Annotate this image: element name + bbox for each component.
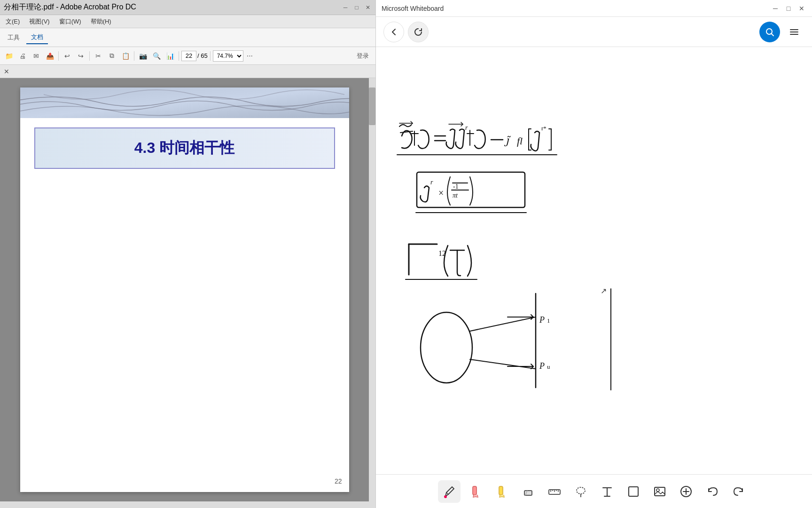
wb-refresh-button[interactable]: [408, 22, 429, 42]
marker-tool-button[interactable]: [464, 480, 487, 503]
svg-point-21: [444, 495, 447, 498]
zoom-select[interactable]: 74.7% 50% 75% 100% 150%: [213, 50, 243, 62]
eraser-tool-button[interactable]: [517, 480, 539, 503]
pdf-page: 4.3 时间相干性 22: [20, 87, 349, 492]
svg-text:πt: πt: [453, 192, 458, 199]
svg-rect-23: [499, 486, 503, 495]
acrobat-titlebar: 分相干理论.pdf - Adobe Acrobat Pro DC ─ □ ✕: [0, 0, 375, 15]
svg-text:r*: r*: [541, 125, 547, 132]
pdf-close-button[interactable]: ✕: [4, 68, 9, 75]
toolbar-more-button[interactable]: ···: [245, 52, 255, 60]
toolbar-paste-button[interactable]: 📋: [119, 50, 132, 62]
svg-rect-28: [655, 487, 665, 496]
toolbar-chart-button[interactable]: 📊: [164, 50, 176, 62]
lasso-tool-button[interactable]: [570, 480, 592, 503]
close-bar: ✕: [0, 65, 375, 78]
svg-text:r: r: [430, 179, 433, 186]
svg-text:fl: fl: [517, 135, 523, 147]
acrobat-title: 分相干理论.pdf - Adobe Acrobat Pro DC: [4, 2, 136, 12]
toolbar-redo-button[interactable]: ↪: [75, 50, 87, 62]
wb-minimize-button[interactable]: ─: [771, 4, 780, 13]
tab-document[interactable]: 文档: [26, 31, 48, 44]
toolbar-open-button[interactable]: 📁: [3, 50, 15, 62]
wb-right-buttons: [759, 22, 804, 42]
svg-text:P: P: [539, 315, 545, 325]
page-navigation: / 65: [181, 51, 208, 61]
menu-view[interactable]: 视图(V): [25, 16, 53, 27]
acrobat-minimize-button[interactable]: ─: [342, 4, 349, 11]
acrobat-close-button[interactable]: ✕: [364, 4, 372, 11]
toolbar-print-button[interactable]: 🖨: [16, 50, 29, 62]
svg-point-15: [421, 312, 472, 383]
image-tool-button[interactable]: [648, 480, 671, 503]
pdf-title-text: 4.3 时间相干性: [134, 139, 234, 156]
svg-text:r: r: [465, 124, 468, 131]
svg-text:-1: -1: [453, 183, 459, 190]
shape-tool-button[interactable]: [622, 480, 645, 503]
svg-rect-3: [790, 32, 798, 32]
separator-5: [210, 51, 211, 61]
wb-titlebar: Microsoft Whiteboard ─ □ ✕: [376, 0, 812, 17]
toolbar-undo-button[interactable]: ↩: [61, 50, 73, 62]
pdf-horizontal-scrollbar[interactable]: [0, 501, 375, 508]
wb-maximize-button[interactable]: □: [784, 4, 793, 13]
separator-1: [58, 51, 59, 61]
wb-left-buttons: [383, 22, 429, 42]
pdf-content-area: ✕: [0, 65, 375, 508]
wb-hamburger-button[interactable]: [784, 22, 804, 42]
pdf-empty-content: [20, 178, 349, 357]
toolbar-email-button[interactable]: ✉: [30, 50, 42, 62]
ruler-tool-button[interactable]: [543, 480, 566, 503]
svg-rect-4: [790, 34, 798, 35]
svg-rect-2: [790, 29, 798, 30]
svg-text:j̃: j̃: [504, 135, 511, 146]
acrobat-maximize-button[interactable]: □: [353, 4, 360, 11]
svg-text:P: P: [539, 361, 545, 371]
highlighter-tool-button[interactable]: [491, 480, 513, 503]
svg-text:×: ×: [438, 188, 444, 198]
wb-close-button[interactable]: ✕: [797, 4, 806, 13]
login-button[interactable]: 登录: [353, 50, 373, 62]
wb-title: Microsoft Whiteboard: [382, 5, 444, 12]
svg-text:↗: ↗: [601, 287, 607, 295]
acrobat-toolbar-tabs: 工具 文档: [0, 28, 375, 47]
toolbar-copy-button[interactable]: ⧉: [106, 50, 118, 62]
pdf-title-box: 4.3 时间相干性: [34, 127, 335, 169]
page-separator: / 65: [197, 52, 208, 59]
svg-text:u: u: [547, 363, 550, 370]
menu-file[interactable]: 文(E): [2, 16, 23, 27]
pdf-page-number: 22: [335, 477, 342, 485]
menu-window[interactable]: 窗口(W): [55, 16, 85, 27]
handwriting-svg: r j̃ fl r* r: [376, 47, 812, 474]
toolbar-search-button[interactable]: 🔍: [150, 50, 163, 62]
wb-redo-button[interactable]: [727, 480, 750, 503]
svg-text:1: 1: [547, 317, 550, 324]
toolbar-export-button[interactable]: 📤: [44, 50, 56, 62]
page-number-input[interactable]: [181, 51, 196, 61]
pdf-scroll-area[interactable]: 4.3 时间相干性 22: [0, 78, 369, 501]
svg-rect-22: [473, 486, 476, 495]
toolbar-cut-button[interactable]: ✂: [92, 50, 104, 62]
text-tool-button[interactable]: [596, 480, 618, 503]
separator-3: [134, 51, 134, 61]
scrollbar-thumb[interactable]: [369, 87, 375, 125]
wb-back-button[interactable]: [383, 22, 404, 42]
wb-canvas[interactable]: r j̃ fl r* r: [376, 47, 812, 474]
pen-tool-button[interactable]: [438, 480, 461, 503]
wb-search-button[interactable]: [759, 22, 780, 42]
acrobat-titlebar-controls: ─ □ ✕: [342, 4, 372, 11]
wb-toolbar: [376, 474, 812, 508]
wb-undo-button[interactable]: [701, 480, 724, 503]
wb-topbar: [376, 17, 812, 47]
acrobat-toolbar2: 📁 🖨 ✉ 📤 ↩ ↪ ✂ ⧉ 📋 📷 🔍 📊 / 65 74.7% 50% 7…: [0, 47, 375, 65]
tab-tools[interactable]: 工具: [3, 32, 24, 44]
svg-rect-27: [629, 487, 638, 496]
pdf-header-image: [20, 87, 349, 118]
whiteboard-panel: Microsoft Whiteboard ─ □ ✕: [376, 0, 812, 508]
pdf-vertical-scrollbar[interactable]: [369, 78, 375, 501]
add-tool-button[interactable]: [675, 480, 697, 503]
menu-help[interactable]: 帮助(H): [87, 16, 115, 27]
acrobat-menubar: 文(E) 视图(V) 窗口(W) 帮助(H): [0, 15, 375, 28]
toolbar-snapshot-button[interactable]: 📷: [137, 50, 149, 62]
separator-4: [179, 51, 179, 61]
